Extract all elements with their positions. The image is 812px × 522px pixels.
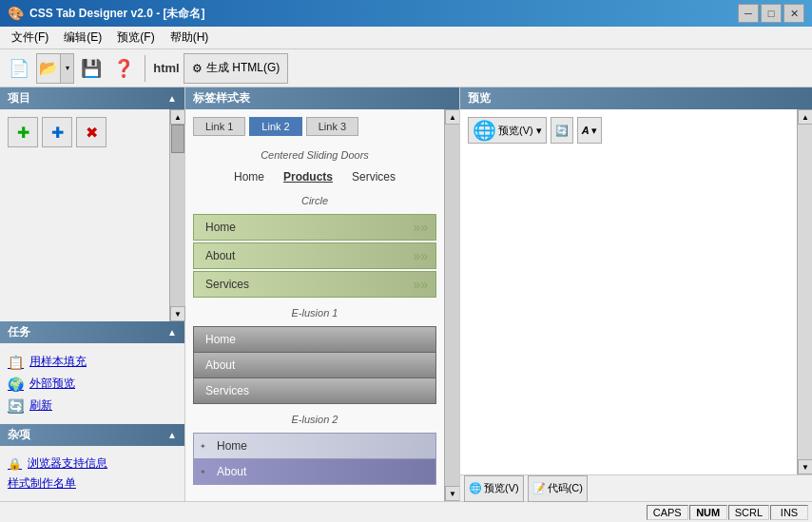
tasks-content: 📋 用样本填充 🌍 外部预览 🔄 刷新 [0,343,184,424]
task-external-preview[interactable]: 🌍 外部预览 [8,373,177,395]
html-icon-button[interactable]: html [151,53,182,84]
external-preview-icon: 🌍 [8,377,24,392]
add-item-button[interactable]: ✚ [8,117,38,147]
tasks-header: 任务 ▲ [0,321,184,343]
right-title: 预览 [468,91,491,105]
center-scroll-down[interactable]: ▼ [445,486,459,501]
scroll-up-btn[interactable]: ▲ [170,109,185,125]
menu-edit[interactable]: 编辑(E) [56,28,109,48]
menu-file[interactable]: 文件(F) [4,28,56,48]
tasks-title: 任务 [8,324,30,340]
center-scroll-up[interactable]: ▲ [445,109,459,125]
task-fill-label: 用样本填充 [29,354,87,370]
preview-toolbar: 🌐 预览(V) ▾ 🔄 A ▾ [468,117,789,144]
center-scroll-track [445,125,459,486]
code-btn[interactable]: A ▾ [577,117,602,144]
code-dropdown-label: ▾ [591,125,597,137]
preview-globe-btn[interactable]: 🌐 预览(V) ▾ [468,117,547,144]
scrl-indicator: SCRL [728,505,769,520]
generate-label: 生成 HTML(G) [206,60,280,76]
code-tab-icon: 📝 [532,482,546,494]
elusion1-item-about[interactable]: About [193,352,436,377]
app-icon: 🎨 [8,6,24,21]
misc-style-list[interactable]: 样式制作名单 [8,474,177,493]
caps-indicator: CAPS [647,505,688,520]
style-tabs-row: Link 1 Link 2 Link 3 [193,117,436,136]
csd-item-home[interactable]: Home [234,170,264,184]
maximize-button[interactable]: □ [761,4,782,23]
misc-browser-label: 浏览器支持信息 [28,455,107,472]
refresh-preview-icon: 🔄 [555,125,569,137]
toolbar: 📄 📂 ▾ 💾 ❓ html ⚙ 生成 HTML(G) [0,49,812,87]
circle-nav: Home About Services [193,214,436,298]
generate-html-button[interactable]: ⚙ 生成 HTML(G) [184,53,288,84]
center-panel: 标签样式表 Link 1 Link 2 Link 3 Centered Slid… [185,87,460,501]
tab-link3[interactable]: Link 3 [306,117,358,136]
refresh-icon: 🔄 [8,398,24,414]
generate-icon: ⚙ [192,62,203,75]
code-tab-label: 代码(C) [548,481,583,495]
task-fill-sample[interactable]: 📋 用样本填充 [8,351,177,373]
misc-header: 杂项 ▲ [0,424,184,446]
code-icon: A [582,125,590,136]
misc-browser-support[interactable]: 🔒 浏览器支持信息 [8,454,177,474]
lock-icon: 🔒 [8,457,22,471]
center-title: 标签样式表 [193,91,250,105]
circle-item-services[interactable]: Services [193,271,436,298]
save-button[interactable]: 💾 [76,53,106,84]
elusion1-item-services[interactable]: Services [193,377,436,404]
window-title: CSS Tab Designer v2.0 - [未命名] [29,6,204,22]
help-button[interactable]: ❓ [108,53,139,84]
preview-dropdown-label: 预览(V) ▾ [498,124,542,138]
csd-item-products[interactable]: Products [283,170,333,184]
project-collapse-arrow[interactable]: ▲ [167,93,177,104]
right-scroll-up[interactable]: ▲ [798,109,812,125]
right-header: 预览 [460,87,812,109]
preview-tab-icon: 🌐 [469,482,482,494]
project-buttons: ✚ ✚ ✖ [8,117,162,147]
misc-collapse-arrow[interactable]: ▲ [167,430,177,440]
elusion2-item-home[interactable]: Home [193,433,436,458]
open-button[interactable]: 📂 [36,53,61,84]
scroll-thumb[interactable] [171,125,184,153]
code-tab[interactable]: 📝 代码(C) [528,475,588,502]
misc-content: 🔒 浏览器支持信息 样式制作名单 [0,446,184,501]
tab-link2[interactable]: Link 2 [249,117,301,136]
center-scrollbar: ▲ ▼ [444,109,459,501]
minimize-button[interactable]: ─ [738,4,759,23]
task-refresh[interactable]: 🔄 刷新 [8,395,177,416]
menu-bar: 文件(F) 编辑(E) 预览(F) 帮助(H) [0,27,812,49]
misc-style-label: 样式制作名单 [8,475,76,492]
project-content: ✚ ✚ ✖ ▲ ▼ [0,109,184,321]
open-group: 📂 ▾ [36,53,74,84]
new-button[interactable]: 📄 [4,53,34,84]
csd-item-services[interactable]: Services [352,170,396,184]
center-header: 标签样式表 [185,87,459,109]
close-button[interactable]: ✕ [783,4,804,23]
circle-item-home[interactable]: Home [193,214,436,241]
delete-item-button[interactable]: ✖ [76,117,106,147]
circle-item-about[interactable]: About [193,242,436,269]
fill-sample-icon: 📋 [8,355,24,370]
menu-preview[interactable]: 预览(F) [109,28,162,48]
tasks-collapse-arrow[interactable]: ▲ [167,327,177,338]
elusion1-item-home[interactable]: Home [193,326,436,352]
open-arrow-button[interactable]: ▾ [61,53,74,84]
scroll-down-btn[interactable]: ▼ [170,306,185,321]
insert-item-button[interactable]: ✚ [42,117,72,147]
right-panel: 预览 🌐 预览(V) ▾ 🔄 A ▾ [460,87,812,501]
center-inner: Link 1 Link 2 Link 3 Centered Sliding Do… [185,109,459,501]
preview-tab[interactable]: 🌐 预览(V) [464,475,524,502]
menu-help[interactable]: 帮助(H) [163,28,217,48]
elusion2-item-about[interactable]: About [193,458,436,485]
center-main: Link 1 Link 2 Link 3 Centered Sliding Do… [185,109,444,501]
status-bar: CAPS NUM SCRL INS [0,501,812,522]
right-scroll-down[interactable]: ▼ [798,459,812,474]
tab-link1[interactable]: Link 1 [193,117,245,136]
left-panel: 项目 ▲ ✚ ✚ ✖ ▲ ▼ [0,87,185,501]
refresh-preview-btn[interactable]: 🔄 [551,117,573,144]
ins-indicator: INS [770,505,808,520]
elusion2-nav: Home About [193,433,436,485]
toolbar-separator [145,55,145,82]
csd-label: Centered Sliding Doors [193,149,436,161]
